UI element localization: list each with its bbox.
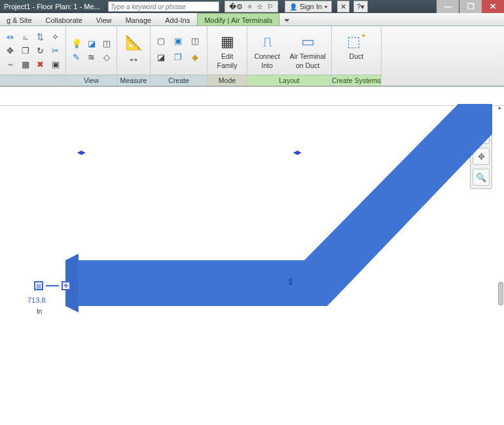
panel-title-modify — [0, 75, 65, 86]
lightbulb-icon[interactable]: 💡 — [70, 38, 82, 50]
communicate-icon[interactable]: ✕ — [337, 1, 350, 12]
scale-icon[interactable]: ▣ — [49, 58, 62, 70]
dimension-unit: In — [37, 308, 42, 315]
title-bar: Project1 - Floor Plan: 1 - Me... �⚙ ✧ ☆ … — [0, 0, 504, 13]
panel-view: 💡 ◪ ◫ ✎ ≋ ◇ View — [66, 26, 117, 86]
view-tools-grid: 💡 ◪ ◫ ✎ ≋ ◇ — [69, 36, 114, 65]
panel-title-view: View — [66, 75, 117, 86]
air-terminal-l1: Air Terminal — [289, 52, 325, 60]
panel-title-create: Create — [151, 75, 207, 86]
quick-icons: �⚙ ✧ ☆ ⚐ — [225, 1, 278, 12]
move-icon[interactable]: ✥ — [4, 44, 16, 56]
split-icon[interactable]: ⎓ — [4, 58, 16, 70]
duct-icon: ⬚✦ — [346, 33, 366, 51]
flip-control-2[interactable]: ◂▸ — [293, 147, 301, 157]
copy-clipboard-icon[interactable]: ❐ — [171, 52, 184, 63]
parts-icon[interactable]: ◪ — [154, 52, 167, 63]
hide-icon[interactable]: ◪ — [85, 38, 98, 50]
panel-measure: 📐 ↔ Measure — [117, 26, 151, 86]
linework-icon[interactable]: ✎ — [70, 52, 82, 63]
tab-view[interactable]: View — [90, 13, 119, 26]
ribbon-tabs: g & Site Collaborate View Manage Add-Ins… — [0, 13, 504, 26]
vertical-scrollbar-thumb[interactable] — [498, 282, 503, 305]
connect-into-button[interactable]: ⎍ Connect Into — [250, 31, 284, 69]
dimension-value[interactable]: 713.8 — [27, 296, 46, 304]
panel-create-systems: ⬚✦ Duct Create Systems — [332, 26, 382, 86]
edit-family-button[interactable]: ▦ Edit Family — [210, 31, 244, 69]
chevron-down-icon: ▾ — [325, 4, 327, 10]
panel-modify-small: ⇔ ⎁ ⇅ ✧ ✥ ❐ ↻ ✂ ⎓ ▦ ✖ ▣ — [0, 26, 66, 86]
exchange-icon[interactable]: ✧ — [247, 3, 253, 10]
align-icon[interactable]: ⇔ — [4, 31, 16, 42]
window-title: Project1 - Floor Plan: 1 - Me... — [0, 3, 104, 10]
search-container — [108, 1, 219, 12]
signin-button[interactable]: Sign In ▾ — [285, 1, 332, 12]
connect-into-icon: ⎍ — [257, 33, 277, 51]
user-icon[interactable]: ⚐ — [267, 3, 274, 10]
delete-icon[interactable]: ✖ — [34, 58, 46, 70]
tab-modify-air-terminals[interactable]: Modify | Air Terminals — [197, 13, 279, 26]
copy-icon[interactable]: ❐ — [19, 44, 31, 56]
connect-into-l2: Into — [261, 61, 273, 69]
assembly-icon[interactable]: ◫ — [189, 35, 201, 47]
panel-mode: ▦ Edit Family Mode — [207, 26, 247, 86]
duct-button[interactable]: ⬚✦ Duct — [335, 31, 377, 69]
panel-title-layout: Layout — [247, 75, 331, 86]
drawing-canvas[interactable]: ▴ – ▭ ✖ ◎ ✥ 🔍 ◂▸ ◂▸ ⇕ ⊠ ✥ 713.8 In — [0, 86, 504, 425]
connector-endpoint-icon[interactable]: ⊠ — [34, 281, 43, 290]
offset-icon[interactable]: ⎁ — [19, 31, 31, 42]
array-icon[interactable]: ▦ — [19, 58, 31, 70]
favorite-icon[interactable]: ☆ — [257, 3, 263, 10]
group-icon[interactable]: ▣ — [171, 35, 184, 47]
panel-title-mode: Mode — [207, 75, 247, 86]
window-controls: — ❐ ✕ — [437, 0, 504, 13]
flip-control-1[interactable]: ◂▸ — [77, 147, 85, 157]
air-terminal-on-duct-button[interactable]: ▭ Air Terminal on Duct — [287, 31, 329, 69]
connect-into-l1: Connect — [254, 52, 279, 60]
mirror-axis-icon[interactable]: ⇅ — [34, 31, 46, 42]
create-tools-grid: ▢ ▣ ◫ ◪ ❐ ◆ — [153, 33, 204, 68]
reveal-icon[interactable]: ◇ — [100, 52, 113, 63]
edit-family-l1: Edit — [221, 52, 233, 60]
ribbon-collapse-icon[interactable]: ⏷ — [279, 13, 295, 26]
ribbon: ⇔ ⎁ ⇅ ✧ ✥ ❐ ↻ ✂ ⎓ ▦ ✖ ▣ 💡 ◪ ◫ ✎ ≋ — [0, 26, 504, 86]
air-terminal-l2: on Duct — [296, 61, 319, 69]
panel-create: ▢ ▣ ◫ ◪ ❐ ◆ Create — [151, 26, 207, 86]
measure-icon[interactable]: 📐 — [124, 34, 143, 51]
maximize-button[interactable]: ❐ — [459, 0, 482, 13]
modify-tools-grid: ⇔ ⎁ ⇅ ✧ ✥ ❐ ↻ ✂ ⎓ ▦ ✖ ▣ — [3, 29, 63, 72]
rotate-icon[interactable]: ↻ — [34, 44, 46, 56]
connector-target-icon[interactable]: ✥ — [62, 281, 71, 290]
signin-label: Sign In — [300, 3, 322, 10]
create-similar-icon[interactable]: ▢ — [154, 35, 167, 47]
subscription-icon[interactable]: �⚙ — [229, 3, 243, 10]
mirror-draw-icon[interactable]: ✧ — [49, 31, 62, 42]
override-icon[interactable]: ≋ — [85, 52, 98, 63]
duct-geometry[interactable] — [0, 87, 504, 425]
minimize-button[interactable]: — — [437, 0, 459, 13]
edit-family-icon: ▦ — [217, 33, 237, 51]
tab-massing-site[interactable]: g & Site — [0, 13, 39, 26]
info-area: ✕ ?▾ — [337, 1, 368, 12]
trim-icon[interactable]: ✂ — [49, 44, 62, 56]
search-input[interactable] — [108, 1, 219, 12]
dimension-icon[interactable]: ↔ — [124, 53, 143, 67]
duct-l1: Duct — [350, 52, 364, 60]
close-button[interactable]: ✕ — [482, 0, 504, 13]
flow-arrow-icon[interactable]: ⇕ — [287, 277, 295, 287]
panel-title-systems: Create Systems — [332, 75, 381, 86]
air-terminal-icon: ▭ — [298, 33, 317, 51]
tab-manage[interactable]: Manage — [118, 13, 158, 26]
duct-shape — [65, 104, 492, 306]
panel-title-measure: Measure — [117, 75, 150, 86]
tab-collaborate[interactable]: Collaborate — [39, 13, 90, 26]
isolate-icon[interactable]: ◫ — [100, 38, 113, 50]
paste-icon[interactable]: ◆ — [189, 52, 201, 63]
tab-addins[interactable]: Add-Ins — [158, 13, 197, 26]
panel-layout: ⎍ Connect Into ▭ Air Terminal on Duct La… — [247, 26, 332, 86]
connector-node[interactable]: ⊠ ✥ — [34, 281, 71, 290]
edit-family-l2: Family — [217, 61, 238, 69]
help-icon[interactable]: ?▾ — [353, 1, 368, 12]
connector-line — [46, 285, 59, 286]
